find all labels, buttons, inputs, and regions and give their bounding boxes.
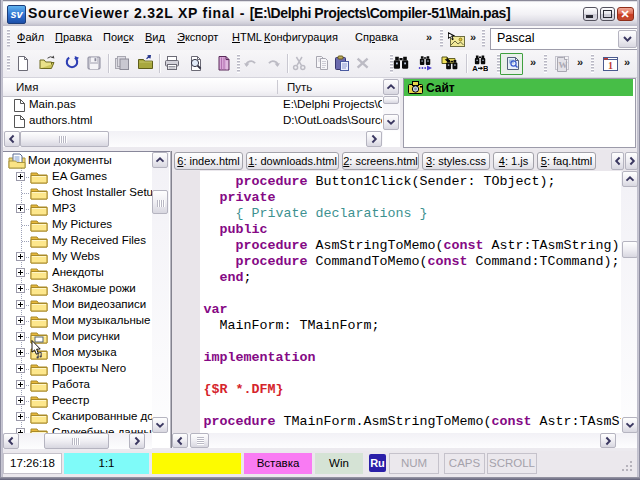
svg-text:A: A	[472, 64, 478, 72]
svg-text:1: 1	[608, 60, 613, 71]
svg-text:W: W	[559, 60, 568, 70]
svg-text:B: B	[483, 64, 488, 72]
